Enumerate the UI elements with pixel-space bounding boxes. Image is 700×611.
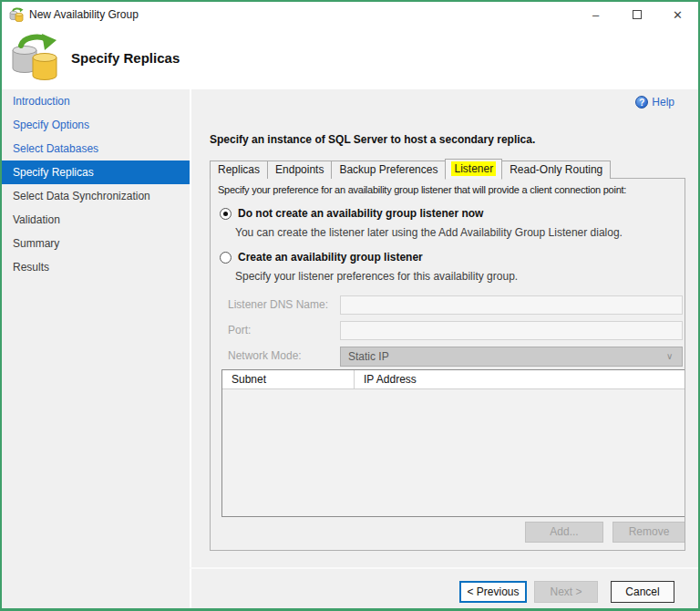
previous-button[interactable]: < Previous [459, 581, 527, 603]
listener-dns-name-input [340, 295, 683, 315]
tab-listener-label: Listener [451, 161, 496, 176]
radio-create-label: Create an availability group listener [238, 251, 423, 264]
maximize-button[interactable] [616, 2, 657, 27]
window-title: New Availability Group [29, 2, 139, 27]
network-mode-label: Network Mode: [228, 349, 302, 362]
wizard-header: Specify Replicas [2, 27, 698, 89]
availability-group-header-icon [10, 31, 61, 82]
sidebar-item-validation: Validation [2, 208, 190, 232]
tab-listener[interactable]: Listener [445, 159, 502, 180]
tab-endpoints[interactable]: Endpoints [267, 161, 332, 179]
dialog-body: Introduction Specify Options Select Data… [2, 89, 698, 608]
new-availability-group-dialog: New Availability Group – ✕ Specify Repli… [2, 2, 698, 608]
title-bar: New Availability Group – ✕ [2, 2, 698, 27]
radio-selected-icon [220, 208, 232, 220]
add-button: Add... [525, 522, 603, 543]
close-icon: ✕ [673, 8, 683, 22]
wizard-steps-sidebar: Introduction Specify Options Select Data… [2, 89, 190, 608]
page-title: Specify Replicas [71, 50, 180, 66]
sidebar-item-results: Results [2, 255, 190, 279]
instruction-text: Specify an instance of SQL Server to hos… [210, 133, 535, 146]
sidebar-item-select-databases[interactable]: Select Databases [2, 137, 190, 161]
do-not-create-description: You can create the listener later using … [235, 226, 623, 239]
radio-do-not-create-label: Do not create an availability group list… [238, 207, 483, 220]
port-label: Port: [228, 324, 251, 337]
maximize-icon [633, 10, 642, 19]
sidebar-item-summary: Summary [2, 232, 190, 255]
sidebar-item-introduction[interactable]: Introduction [2, 89, 190, 113]
close-button[interactable]: ✕ [657, 2, 698, 27]
create-description: Specify your listener preferences for th… [235, 270, 518, 283]
remove-button: Remove [612, 522, 685, 543]
minimize-icon: – [592, 8, 599, 22]
table-header-row: Subnet IP Address [222, 370, 685, 389]
sidebar-item-select-data-synchronization: Select Data Synchronization [2, 184, 190, 208]
listener-dns-name-label: Listener DNS Name: [228, 298, 328, 311]
main-content: ? Help Specify an instance of SQL Server… [191, 89, 698, 608]
table-body-empty [222, 389, 685, 516]
help-icon: ? [635, 96, 648, 109]
radio-create-listener[interactable]: Create an availability group listener [220, 251, 423, 264]
footer-separator [190, 567, 698, 569]
radio-do-not-create-listener[interactable]: Do not create an availability group list… [220, 207, 483, 220]
listener-intro-text: Specify your preference for an availabil… [218, 184, 626, 195]
column-header-subnet: Subnet [222, 370, 355, 388]
tab-read-only-routing[interactable]: Read-Only Routing [501, 161, 611, 179]
tab-backup-preferences[interactable]: Backup Preferences [331, 161, 446, 179]
window-controls: – ✕ [575, 2, 698, 27]
replica-tabs: Replicas Endpoints Backup Preferences Li… [210, 159, 610, 179]
radio-unselected-icon [220, 252, 232, 264]
sidebar-item-specify-options[interactable]: Specify Options [2, 113, 190, 137]
help-link[interactable]: ? Help [635, 96, 674, 109]
subnet-ip-table: Subnet IP Address [221, 369, 685, 517]
minimize-button[interactable]: – [575, 2, 616, 27]
column-header-ip-address: IP Address [355, 370, 685, 388]
network-mode-dropdown: Static IP ∨ [340, 347, 683, 367]
availability-group-app-icon [9, 7, 24, 22]
sidebar-item-specify-replicas[interactable]: Specify Replicas [2, 161, 190, 184]
port-input [340, 321, 683, 340]
network-mode-value: Static IP [348, 350, 389, 363]
help-label: Help [652, 96, 674, 109]
listener-tab-panel: Specify your preference for an availabil… [210, 178, 685, 551]
next-button: Next > [534, 581, 598, 603]
tab-replicas[interactable]: Replicas [210, 161, 268, 179]
cancel-button[interactable]: Cancel [611, 581, 674, 603]
chevron-down-icon: ∨ [666, 353, 675, 360]
